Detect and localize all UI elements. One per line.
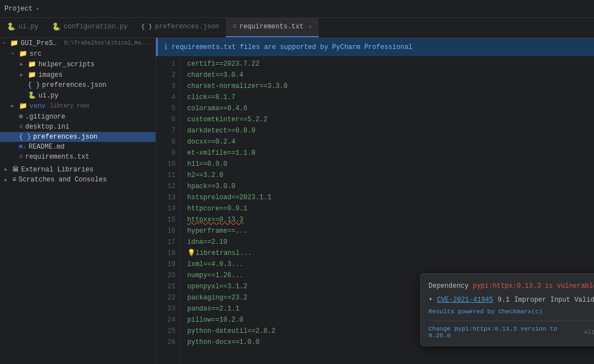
tab-bar: 🐍 ui.py 🐍 configuration.py { } preferenc… — [0, 18, 594, 38]
scratches-label: Scratches and Consoles — [18, 176, 106, 184]
vuln-dep-text: pypi:httpx:0.13.3 is vulnerable — [473, 282, 594, 290]
md-icon: M↓ — [19, 144, 26, 150]
lib-icon: 🏛 — [12, 165, 19, 174]
sidebar-item-venv[interactable]: ▶ 📁 venv library root — [0, 101, 155, 111]
ln-20: 20 — [156, 270, 180, 281]
sidebar-item-prefs-src[interactable]: ▶ { } preferences.json — [0, 80, 155, 90]
folder-icon-src: 📁 — [19, 50, 27, 58]
code-line-7: darkdetect==0.8.0 — [181, 125, 594, 136]
sidebar-item-scratches[interactable]: ▶ ≡ Scratches and Consoles — [0, 175, 155, 185]
tab-label-ui-py: ui.py — [18, 23, 38, 31]
ln-25: 25 — [156, 326, 180, 337]
ln-9: 9 — [156, 147, 180, 159]
tab-icon-py: 🐍 — [7, 22, 16, 31]
sidebar-item-root[interactable]: ▾ 📁 GUI_PreSec D:\Trabalhos\Ethical_Ha..… — [0, 38, 155, 48]
code-line-15: httpxx==0.13.3 — [181, 214, 594, 225]
sidebar-item-readme[interactable]: ▶ M↓ README.md — [0, 142, 155, 152]
tab-icon-pref: { } — [141, 23, 152, 30]
ln-7: 7 — [156, 125, 180, 136]
prefs-src-label: preferences.json — [42, 81, 106, 89]
checkmarx-link[interactable]: Checkmarx(c) — [498, 308, 542, 315]
ln-14: 14 — [156, 203, 180, 214]
project-root-label: GUI_PreSec — [21, 40, 60, 47]
ext-libs-label: External Libraries — [21, 166, 94, 174]
tab-label-pref: preferences.json — [155, 23, 219, 31]
ln-26: 26 — [156, 337, 180, 348]
arrow-src: ▾ — [11, 51, 17, 57]
project-path: D:\Trabalhos\Ethical_Ha... — [64, 40, 151, 46]
fix-action-link[interactable]: Change pypi:httpx:0.13.3 version to 0.26… — [429, 326, 580, 339]
ui-py-label: ui.py — [38, 92, 59, 100]
ln-1: 1 — [156, 58, 180, 70]
folder-icon-root: 📁 — [10, 39, 18, 47]
code-line-5: colorama==0.4.6 — [181, 103, 594, 114]
ln-18: 18 — [156, 248, 180, 259]
line-numbers: 1 2 3 4 5 6 7 8 9 10 11 12 13 14 15 16 1 — [156, 56, 181, 364]
vuln-popup: Dependency pypi:httpx:0.13.3 is vulnerab… — [420, 273, 594, 346]
vuln-cve: • CVE-2021-41945 9.1 Improper Input Vali… — [429, 296, 594, 304]
tab-configuration-py[interactable]: 🐍 configuration.py — [45, 17, 134, 37]
sidebar-item-desktop-ini[interactable]: ▶ ≡ desktop.ini — [0, 122, 155, 132]
ln-24: 24 — [156, 314, 180, 326]
code-line-2: chardet==3.0.4 — [181, 70, 594, 81]
code-line-10: h11==0.9.0 — [181, 159, 594, 170]
tab-label-config: configuration.py — [64, 23, 128, 31]
cve-id-link[interactable]: CVE-2021-41945 — [437, 296, 493, 304]
gitignore-label: .gitignore — [25, 113, 65, 121]
code-line-19: lxml==4.9.3... — [181, 259, 594, 270]
ln-4: 4 — [156, 92, 180, 103]
cve-bullet: • — [429, 296, 432, 304]
tab-icon-req: ≡ — [232, 23, 236, 31]
sidebar-item-ui-py[interactable]: ▶ 🐍 ui.py — [0, 90, 155, 101]
sidebar-item-external-libs[interactable]: ▶ 🏛 External Libraries — [0, 164, 155, 175]
vuln-title-text: Dependency pypi:httpx:0.13.3 is vulnerab… — [429, 282, 594, 290]
venv-badge: library root — [50, 103, 90, 109]
code-line-12: hpack==3.0.0 — [181, 181, 594, 192]
info-message: requirements.txt files are supported by … — [172, 43, 412, 51]
code-content[interactable]: certifi==2023.7.22 chardet==3.0.4 charse… — [181, 56, 594, 364]
gitignore-icon: ⊘ — [19, 112, 23, 121]
scratch-icon: ≡ — [12, 176, 16, 184]
code-line-9: et-xmlfile==1.1.0 — [181, 147, 594, 159]
tab-ui-py[interactable]: 🐍 ui.py — [0, 17, 45, 37]
fix-key: Alt+Shift+Enter — [584, 329, 594, 336]
sidebar: ▾ 📁 GUI_PreSec D:\Trabalhos\Ethical_Ha..… — [0, 38, 156, 364]
code-line-8: docxx==0.2.4 — [181, 136, 594, 147]
sidebar-item-src[interactable]: ▾ 📁 src — [0, 48, 155, 59]
ln-13: 13 — [156, 192, 180, 203]
venv-label: venv — [30, 102, 46, 110]
ln-21: 21 — [156, 281, 180, 292]
ln-12: 12 — [156, 181, 180, 192]
sidebar-item-prefs-root[interactable]: ▶ { } preferences.json — [0, 132, 155, 142]
sidebar-item-requirements[interactable]: ▶ ≡ requirements.txt — [0, 152, 155, 162]
json-icon-prefs-src: { } — [28, 81, 40, 89]
title-bar: Project ▾ — [0, 0, 594, 18]
images-label: images — [38, 71, 62, 79]
info-icon: ℹ — [164, 42, 167, 52]
arrow-venv: ▶ — [11, 103, 17, 109]
json-icon-prefs-root: { } — [19, 133, 31, 141]
ln-15: 15 — [156, 214, 180, 225]
folder-icon-venv: 📁 — [19, 102, 27, 110]
src-label: src — [30, 50, 42, 58]
ini-icon: ≡ — [19, 123, 23, 131]
info-bar: ℹ requirements.txt files are supported b… — [156, 38, 594, 56]
ln-19: 19 — [156, 259, 180, 270]
ln-10: 10 — [156, 159, 180, 170]
tab-requirements-txt[interactable]: ≡ requirements.txt ✕ — [226, 17, 318, 37]
ln-3: 3 — [156, 81, 180, 92]
sidebar-item-helper-scripts[interactable]: ▶ 📁 helper_scripts — [0, 59, 155, 70]
tab-close-button[interactable]: ✕ — [309, 23, 312, 30]
tab-preferences-json[interactable]: { } preferences.json — [134, 17, 226, 37]
ln-16: 16 — [156, 225, 180, 237]
sidebar-item-images[interactable]: ▶ 📁 images — [0, 70, 155, 80]
code-line-3: charset-normalizer==3.3.0 — [181, 81, 594, 92]
sidebar-item-gitignore[interactable]: ▶ ⊘ .gitignore — [0, 111, 155, 122]
cve-score: 9.1 — [498, 296, 510, 304]
ln-11: 11 — [156, 170, 180, 181]
code-line-16: hyperframe==... — [181, 225, 594, 237]
readme-label: README.md — [28, 143, 65, 151]
code-line-13: hstspreload==2023.1.1 — [181, 192, 594, 203]
python-icon-ui: 🐍 — [28, 91, 36, 100]
project-label[interactable]: Project — [4, 5, 32, 13]
